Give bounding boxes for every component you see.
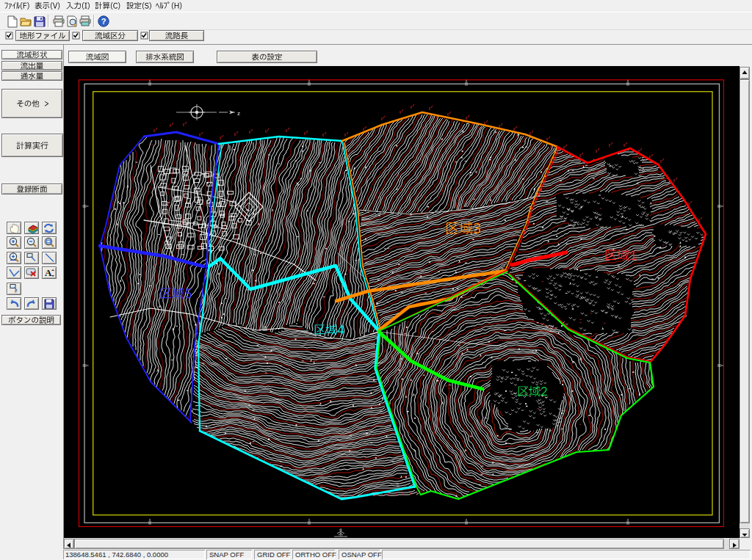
svg-text:?: ? [101, 17, 106, 26]
svg-text:z: z [237, 110, 240, 117]
